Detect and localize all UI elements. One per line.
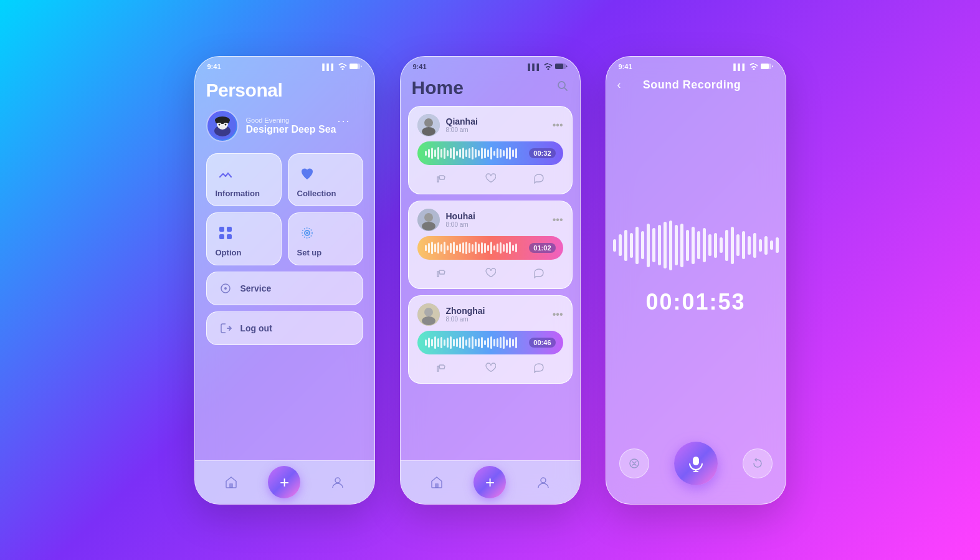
svg-point-29 [424,213,433,222]
cancel-button[interactable] [619,448,649,478]
refresh-button[interactable] [743,448,773,478]
signal-icon-2: ▌▌▌ [528,64,541,70]
back-button[interactable]: ‹ [617,78,621,92]
nav-home-btn-1[interactable] [220,471,242,493]
like-icon-1[interactable] [436,173,447,186]
home-messages: Qianhai 8:00 am ••• 00:32 [401,106,580,460]
msg-header-3: Zhonghai 8:00 am ••• [417,303,563,326]
svg-rect-12 [219,227,224,232]
svg-point-30 [422,222,435,230]
msg-options-3[interactable]: ••• [553,309,563,320]
personal-content: Personal ... Good Evening [195,74,374,460]
phone-personal: 9:41 ▌▌▌ Personal ... [194,56,375,505]
nav-profile-btn-2[interactable] [532,471,554,493]
heart-icon-3[interactable] [485,362,496,376]
svg-point-21 [335,478,340,483]
reply-icon-1[interactable] [533,173,545,186]
wifi-icon-3 [749,63,758,71]
information-label: Information [216,189,272,198]
like-icon-2[interactable] [436,267,447,281]
svg-rect-14 [219,234,224,239]
signal-icon-3: ▌▌▌ [733,64,746,70]
menu-row-logout[interactable]: Log out [206,311,363,345]
time-1: 9:41 [207,63,221,70]
phone-recording: 9:41 ▌▌▌ ‹ Sound Recording [606,56,786,505]
menu-card-option[interactable]: Option [206,212,282,265]
svg-rect-13 [227,227,232,232]
msg-header-1: Qianhai 8:00 am ••• [417,114,563,136]
menu-card-information[interactable]: Information [206,153,282,206]
logout-label: Log out [240,323,272,333]
search-icon[interactable] [556,80,569,95]
msg-footer-3 [417,359,563,376]
recording-timer: 00:01:53 [645,289,745,315]
heart-icon-1[interactable] [485,173,496,186]
nav-add-btn-2[interactable]: + [473,466,506,498]
avatar-zhonghai [417,303,440,326]
status-bar-2: 9:41 ▌▌▌ [401,57,580,74]
svg-point-24 [558,82,565,88]
nav-profile-btn-1[interactable] [326,471,349,493]
msg-name-2: Houhai [446,211,475,221]
avatar-qianhai [417,114,440,136]
menu-card-setup[interactable]: Set up [288,212,363,265]
svg-point-18 [306,232,308,234]
battery-icon [350,63,362,71]
home-header: Home [401,74,580,106]
audio-bar-1[interactable]: 00:32 [417,141,563,165]
bottom-nav-2: + [401,460,580,504]
home-title-row: Home [412,77,569,98]
nav-add-btn-1[interactable]: + [268,466,300,498]
logout-icon [218,321,233,336]
waveform-2 [425,241,525,255]
svg-point-11 [224,123,226,125]
recording-title: Sound Recording [627,78,757,92]
msg-footer-2 [417,265,563,281]
svg-point-27 [422,127,435,136]
user-text-1: Qianhai 8:00 am [446,116,478,133]
msg-name-1: Qianhai [446,116,478,126]
reply-icon-2[interactable] [533,267,545,281]
heart-icon-2[interactable] [485,267,496,281]
audio-bar-2[interactable]: 01:02 [417,236,563,260]
msg-time-2: 8:00 am [446,221,475,228]
msg-footer-1 [417,170,563,186]
status-bar-1: 9:41 ▌▌▌ [195,57,374,74]
nav-home-btn-2[interactable] [426,471,448,493]
svg-point-10 [218,123,220,125]
battery-icon-2 [555,63,568,71]
audio-bar-3[interactable]: 00:46 [417,331,563,354]
recording-header: ‹ Sound Recording [606,74,786,94]
time-3: 9:41 [619,63,632,70]
mic-button[interactable] [674,442,718,485]
setup-label: Set up [297,248,354,257]
menu-grid: Information Collection [206,153,363,265]
svg-point-19 [224,287,227,290]
battery-icon-3 [761,63,773,71]
signal-icon: ▌▌▌ [322,64,335,70]
wifi-icon-2 [544,63,553,71]
waveform-3 [425,336,525,349]
bottom-nav-1: + [195,460,374,504]
message-zhonghai: Zhonghai 8:00 am ••• 00:46 [408,295,573,384]
service-icon [218,281,233,296]
audio-duration-1: 00:32 [529,148,555,158]
msg-time-3: 8:00 am [446,316,485,323]
reply-icon-3[interactable] [533,362,545,376]
options-dots[interactable]: ... [337,112,350,125]
option-label: Option [216,248,272,257]
time-2: 9:41 [413,63,427,70]
audio-duration-2: 01:02 [529,243,555,253]
status-icons-3: ▌▌▌ [733,63,773,71]
wifi-icon [338,63,347,71]
msg-time-1: 8:00 am [446,126,478,133]
msg-options-2[interactable]: ••• [553,214,563,225]
msg-options-1[interactable]: ••• [553,120,563,131]
menu-row-service[interactable]: Service [206,272,363,305]
menu-card-collection[interactable]: Collection [288,153,363,206]
avatar [206,110,239,142]
user-info-1: Qianhai 8:00 am [417,114,478,136]
status-icons-2: ▌▌▌ [528,63,567,71]
like-icon-3[interactable] [436,362,447,376]
message-houhai: Houhai 8:00 am ••• 01:02 [408,201,573,289]
